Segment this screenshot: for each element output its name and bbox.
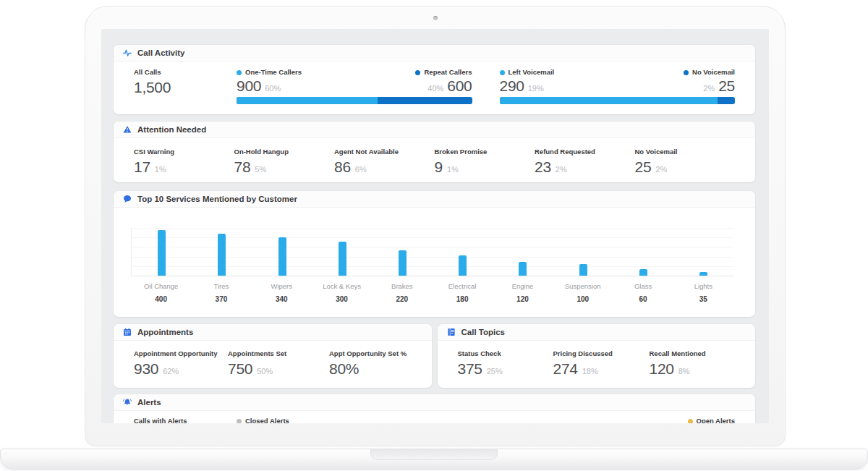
webcam-dot	[433, 16, 438, 20]
caller-type-progress-group: One-Time Callers Repeat Callers 90060% 4…	[237, 69, 472, 104]
bar-oil-change	[158, 230, 166, 276]
card-title: Call Topics	[461, 328, 506, 336]
metric-value: 600	[447, 78, 472, 94]
appointments-metric: Appt Opportunity Set % 80%	[329, 350, 412, 377]
chart-category: Oil Change400	[131, 283, 191, 303]
warning-triangle-icon	[123, 125, 132, 134]
metric-label: All Calls	[134, 69, 209, 77]
bar-glass	[639, 269, 647, 276]
bar-wipers	[278, 237, 286, 276]
call-topics-metric: Status Check 37525%	[458, 350, 553, 377]
pulse-icon	[123, 48, 132, 57]
laptop-base	[0, 449, 868, 470]
appointments-header: Appointments	[114, 324, 432, 341]
metric-percent: 60%	[265, 85, 281, 93]
bar-suspension	[579, 264, 587, 276]
attention-metric: CSI Warning 171%	[134, 148, 234, 175]
appointments-card: Appointments Appointment Opportunity 930…	[114, 324, 432, 388]
top-services-header: Top 10 Services Mentioned by Customer	[114, 191, 755, 208]
attention-metric: Agent Not Available 866%	[334, 148, 435, 175]
metric-percent: 40%	[427, 85, 443, 93]
legend-open-alerts: Open Alerts	[688, 417, 736, 423]
alerts-progress-group: Closed Alerts Open Alerts	[237, 417, 735, 423]
appointments-metric: Appointments Set 75050%	[228, 350, 329, 377]
call-activity-header: Call Activity	[114, 45, 755, 61]
legend-one-time-callers: One-Time Callers	[237, 69, 302, 77]
chart-category: Tires370	[191, 283, 251, 303]
topics-list-icon	[447, 328, 456, 336]
chart-category: Lock & Keys300	[312, 283, 372, 303]
legend-left-voicemail: Left Voicemail	[500, 69, 555, 77]
split-progress-bar	[500, 97, 736, 104]
chart-category: Suspension100	[553, 283, 613, 303]
yellow-dot-icon	[688, 419, 693, 423]
metric-value: 900	[237, 78, 261, 94]
dark-blue-dot-icon	[415, 70, 420, 75]
bar-tires	[218, 234, 226, 276]
appointments-metric: Appointment Opportunity 93062%	[134, 350, 228, 377]
legend-repeat-callers: Repeat Callers	[415, 69, 472, 77]
chart-category: Brakes220	[372, 283, 432, 303]
bar-engine	[519, 262, 527, 276]
progress-segment-light	[500, 97, 718, 104]
card-title: Appointments	[137, 328, 193, 336]
attention-metric: Refund Requested 232%	[535, 148, 635, 175]
card-title: Attention Needed	[137, 125, 206, 134]
chart-category: Electrical180	[432, 283, 492, 303]
card-title: Alerts	[137, 398, 161, 407]
card-title: Call Activity	[137, 48, 184, 57]
chart-category: Wipers340	[252, 283, 312, 303]
light-blue-dot-icon	[500, 70, 505, 75]
laptop-screen: Call Activity All Calls 1,500 One-Time C…	[101, 29, 769, 423]
chart-category: Lights35	[673, 283, 733, 303]
dashboard: Call Activity All Calls 1,500 One-Time C…	[101, 29, 769, 423]
call-topics-header: Call Topics	[438, 324, 756, 341]
legend-no-voicemail: No Voicemail	[684, 69, 735, 77]
call-activity-card: Call Activity All Calls 1,500 One-Time C…	[114, 45, 755, 114]
calendar-icon	[123, 328, 132, 336]
metric-value: 1,500	[134, 80, 171, 96]
split-progress-bar	[237, 97, 472, 104]
voicemail-progress-group: Left Voicemail No Voicemail 29019% 2%25	[500, 69, 736, 104]
metric-value: 25	[718, 78, 735, 94]
calls-with-alerts-metric: Calls with Alerts	[134, 417, 209, 423]
laptop-base-notch	[370, 449, 498, 460]
attention-needed-header: Attention Needed	[114, 122, 755, 138]
attention-needed-card: Attention Needed CSI Warning 171% On-Hol…	[114, 122, 755, 182]
top-services-card: Top 10 Services Mentioned by Customer	[114, 191, 755, 317]
card-title: Top 10 Services Mentioned by Customer	[137, 195, 297, 203]
laptop-lid: Call Activity All Calls 1,500 One-Time C…	[85, 6, 786, 446]
metric-value: 290	[500, 78, 524, 94]
dark-blue-dot-icon	[684, 70, 689, 75]
attention-metric: On-Hold Hangup 785%	[234, 148, 335, 175]
chart-category: Glass60	[613, 283, 673, 303]
bar-chart-labels: Oil Change400 Tires370 Wipers340 Lock & …	[131, 283, 733, 303]
laptop-mockup: Call Activity All Calls 1,500 One-Time C…	[0, 0, 868, 471]
bar-chart-plot-area	[131, 228, 733, 276]
bar-lock-keys	[339, 242, 346, 276]
bar-electrical	[459, 255, 467, 276]
attention-metric: Broken Promise 91%	[435, 148, 535, 175]
all-calls-metric: All Calls 1,500	[134, 69, 209, 104]
alerts-card: Alerts Calls with Alerts Closed Alerts	[114, 394, 755, 423]
metric-percent: 2%	[703, 85, 715, 93]
call-topics-metric: Pricing Discussed 27418%	[553, 350, 650, 377]
legend-closed-alerts: Closed Alerts	[237, 417, 289, 423]
attention-metric: No Voicemail 252%	[635, 148, 736, 175]
bar-chart: Oil Change400 Tires370 Wipers340 Lock & …	[131, 228, 733, 303]
bar-brakes	[399, 250, 407, 276]
alerts-header: Alerts	[114, 394, 755, 411]
call-topics-metric: Recall Mentioned 1208%	[650, 350, 736, 377]
chart-category: Engine120	[493, 283, 553, 303]
light-blue-dot-icon	[237, 70, 242, 75]
bell-icon	[123, 398, 132, 407]
metric-percent: 19%	[528, 85, 544, 93]
speech-bubble-icon	[123, 195, 132, 203]
gray-dot-icon	[237, 419, 242, 423]
bar-lights	[699, 272, 707, 276]
call-topics-card: Call Topics Status Check 37525% Pricing …	[438, 324, 756, 388]
progress-segment-light	[237, 97, 378, 104]
